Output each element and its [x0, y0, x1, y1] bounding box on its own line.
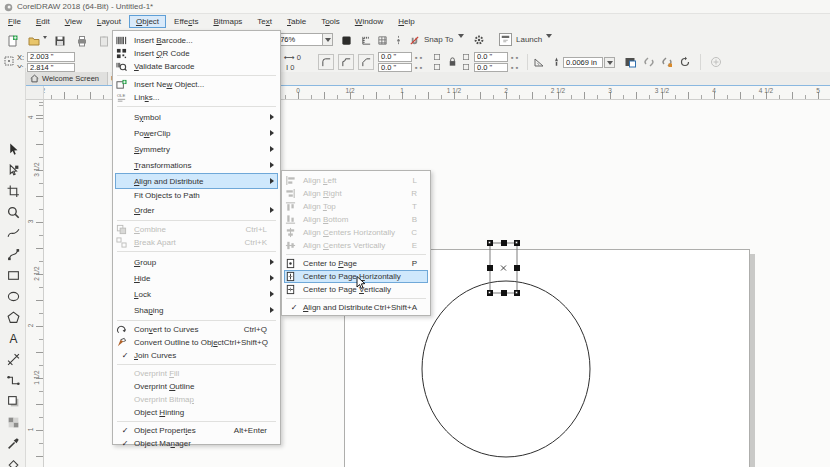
round-corner-icon[interactable] — [318, 54, 334, 70]
link-curves-icon[interactable] — [641, 54, 657, 70]
shape-tool[interactable] — [3, 161, 23, 179]
rectangle-tool[interactable] — [3, 266, 23, 284]
vertical-ruler[interactable]: 43 1/232 1/221 1/21 — [26, 100, 44, 467]
object-width-field[interactable]: ⟷ 0 — [284, 53, 301, 62]
launch-app-icon[interactable] — [499, 33, 512, 46]
outline-width-caret[interactable] — [604, 57, 615, 68]
menu-item-symbol[interactable]: Symbol — [115, 109, 278, 125]
menu-item-join-curves[interactable]: ✓Join Curves — [115, 349, 278, 362]
menu-item-transformations[interactable]: Transformations — [115, 157, 278, 173]
lock-ratio-icon[interactable] — [445, 54, 459, 70]
show-guidelines-icon[interactable] — [391, 33, 405, 47]
menu-item-shaping[interactable]: Shaping — [115, 302, 278, 318]
unlink-curves-icon[interactable] — [659, 54, 675, 70]
corner-stepper-bl[interactable]: ▪ ▪ — [415, 63, 422, 72]
smart-fill-tool[interactable] — [3, 455, 23, 467]
launch-label[interactable]: Launch — [516, 35, 542, 44]
save-icon[interactable] — [52, 33, 67, 48]
object-height-field[interactable]: Ⅰ 0 — [286, 63, 294, 72]
corner-node[interactable] — [515, 291, 518, 294]
menu-item-object-hinting[interactable]: Object Hinting — [115, 406, 278, 419]
add-plus-icon[interactable] — [708, 54, 724, 70]
fullscreen-icon[interactable] — [339, 33, 353, 47]
x-position-field[interactable]: 2.003 " — [27, 52, 75, 62]
menu-item-validate-barcode[interactable]: Validate Barcode — [115, 60, 278, 73]
snap-off-icon[interactable] — [407, 33, 421, 47]
menubar-item-help[interactable]: Help — [391, 15, 421, 28]
wrap-text-icon[interactable] — [622, 54, 638, 70]
scalloped-corner-icon[interactable] — [338, 54, 354, 70]
menu-item-lock[interactable]: Lock — [115, 286, 278, 302]
selection-handle[interactable] — [501, 290, 507, 296]
corner-node[interactable] — [515, 241, 518, 244]
corner-radius-bl-field[interactable]: 0.0 " — [378, 63, 412, 73]
menu-item-powerclip[interactable]: PowerClip — [115, 125, 278, 141]
menu-item-object-properties[interactable]: ✓Object PropertiesAlt+Enter — [115, 424, 278, 437]
snap-to-label[interactable]: Snap To — [424, 35, 453, 44]
crop-tool[interactable] — [3, 182, 23, 200]
print-icon[interactable] — [74, 33, 89, 48]
menu-item-insert-barcode[interactable]: Insert Barcode... — [115, 34, 278, 47]
menubar-item-effects[interactable]: Effects — [167, 15, 205, 28]
zoom-combo-caret[interactable] — [322, 33, 333, 46]
menubar-item-layout[interactable]: Layout — [90, 15, 128, 28]
corner-radius-br-field[interactable]: 0.0 " — [474, 63, 508, 73]
menubar-item-view[interactable]: View — [58, 15, 89, 28]
outline-width-combo[interactable]: 0.0069 in — [563, 57, 603, 68]
menu-item-links[interactable]: OLELinks... — [115, 91, 278, 104]
pick-tool[interactable] — [3, 140, 23, 158]
menubar-item-file[interactable]: File — [1, 15, 28, 28]
menu-item-hide[interactable]: Hide — [115, 270, 278, 286]
menu-item-convert-outline-to-object[interactable]: Convert Outline to ObjectCtrl+Shift+Q — [115, 336, 278, 349]
paste-icon[interactable] — [96, 33, 111, 48]
menu-item-center-to-page[interactable]: Center to PageP — [284, 257, 428, 270]
rotate-icon[interactable] — [677, 54, 693, 70]
bezier-tool[interactable] — [3, 245, 23, 263]
menubar-item-table[interactable]: Table — [280, 15, 313, 28]
selection-handle[interactable] — [501, 240, 507, 246]
menu-item-convert-to-curves[interactable]: Convert to CurvesCtrl+Q — [115, 323, 278, 336]
menubar-item-bitmaps[interactable]: Bitmaps — [206, 15, 249, 28]
y-position-field[interactable]: 2.814 " — [27, 63, 75, 73]
selection-handle[interactable] — [487, 265, 493, 271]
menu-item-overprint-outline[interactable]: Overprint Outline — [115, 380, 278, 393]
circle-object[interactable] — [422, 281, 590, 457]
menubar-item-text[interactable]: Text — [250, 15, 279, 28]
selection-handle[interactable] — [514, 265, 520, 271]
corner-stepper-tr[interactable]: ▪ ▪ — [511, 53, 518, 62]
menubar-item-tools[interactable]: Tools — [314, 15, 347, 28]
corner-stepper-tl[interactable]: ▪ ▪ — [415, 53, 422, 62]
open-folder-icon[interactable] — [26, 33, 41, 48]
menubar-item-object[interactable]: Object — [129, 15, 166, 28]
text-tool[interactable]: A — [3, 329, 23, 347]
chamfer-angle-icon[interactable] — [531, 54, 547, 70]
options-gear-icon[interactable] — [472, 33, 486, 47]
ruler-origin[interactable] — [26, 86, 44, 100]
show-rulers-icon[interactable] — [359, 33, 373, 47]
dimension-tool[interactable] — [3, 350, 23, 368]
tab-welcome-screen[interactable]: Welcome Screen — [26, 72, 108, 85]
new-document-icon[interactable] — [4, 33, 19, 48]
transparency-tool[interactable] — [3, 413, 23, 431]
menu-item-symmetry[interactable]: Symmetry — [115, 141, 278, 157]
ellipse-tool[interactable] — [3, 287, 23, 305]
corner-node[interactable] — [488, 241, 491, 244]
menu-item-object-manager[interactable]: ✓Object Manager — [115, 437, 278, 450]
polygon-tool[interactable] — [3, 308, 23, 326]
freehand-tool[interactable] — [3, 224, 23, 242]
menu-item-align-and-distribute[interactable]: Align and Distribute — [115, 173, 278, 189]
eyedropper-tool[interactable] — [3, 434, 23, 452]
show-grid-icon[interactable] — [375, 33, 389, 47]
corner-radius-tr-field[interactable]: 0.0 " — [474, 52, 508, 62]
chamfered-corner-icon[interactable] — [358, 54, 374, 70]
menu-item-insert-new-object[interactable]: Insert New Object... — [115, 78, 278, 91]
corner-stepper-br[interactable]: ▪ ▪ — [511, 63, 518, 72]
menu-item-align-and-distribute[interactable]: ✓Align and DistributeCtrl+Shift+A — [284, 301, 428, 314]
menu-item-insert-qr-code[interactable]: Insert QR Code — [115, 47, 278, 60]
menu-item-order[interactable]: Order — [115, 202, 278, 218]
corner-node[interactable] — [488, 291, 491, 294]
menu-item-fit-objects-to-path[interactable]: Fit Objects to Path — [115, 189, 278, 202]
menubar-item-edit[interactable]: Edit — [29, 15, 57, 28]
corner-radius-tl-field[interactable]: 0.0 " — [378, 52, 412, 62]
drop-shadow-tool[interactable] — [3, 392, 23, 410]
